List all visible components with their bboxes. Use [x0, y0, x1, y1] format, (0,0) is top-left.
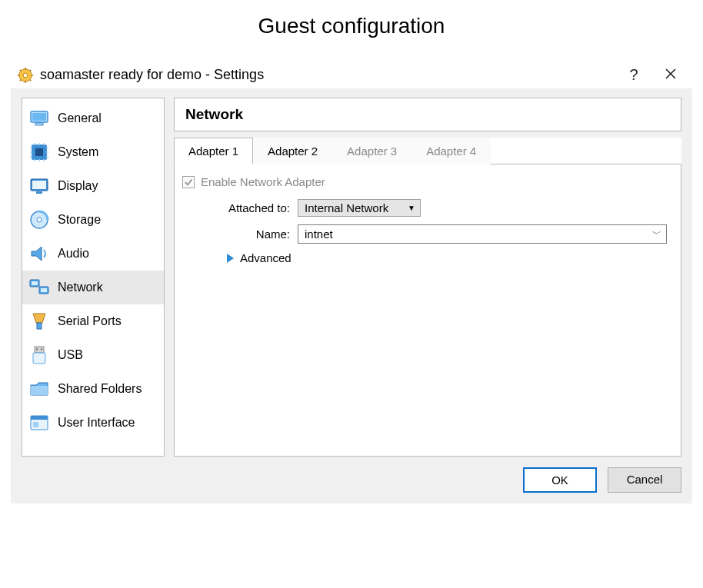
svg-point-9 [23, 73, 28, 78]
sidebar-item-shared-folders[interactable]: Shared Folders [22, 372, 164, 406]
enable-adapter-label: Enable Network Adapter [201, 175, 325, 188]
tab-adapter-2[interactable]: Adapter 2 [253, 138, 332, 164]
svg-rect-44 [31, 416, 48, 420]
audio-icon [28, 243, 50, 264]
sidebar-item-label: Audio [58, 247, 89, 261]
dialog-buttons: OK Cancel [22, 467, 681, 493]
sidebar-item-user-interface[interactable]: User Interface [22, 406, 164, 440]
sidebar-item-display[interactable]: Display [22, 169, 164, 203]
settings-gear-icon [17, 67, 34, 84]
enable-adapter-checkbox[interactable] [182, 176, 195, 188]
titlebar: soamaster ready for demo - Settings ? [0, 61, 703, 88]
sidebar-item-label: Shared Folders [58, 382, 142, 396]
shared-folders-icon [28, 378, 50, 400]
sidebar-item-label: USB [58, 348, 83, 362]
category-sidebar: General System Display [22, 98, 165, 457]
svg-rect-41 [41, 348, 42, 350]
svg-line-7 [20, 79, 22, 81]
sidebar-item-label: System [58, 145, 98, 159]
svg-rect-29 [32, 181, 46, 189]
dialog-body: General System Display [11, 88, 692, 503]
svg-rect-15 [35, 148, 43, 156]
svg-rect-12 [32, 113, 46, 121]
svg-rect-45 [33, 422, 38, 427]
sidebar-item-label: General [58, 111, 102, 125]
sidebar-item-serial-ports[interactable]: Serial Ports [22, 304, 164, 338]
chevron-down-icon: ﹀ [652, 228, 661, 241]
sidebar-item-label: User Interface [58, 416, 135, 430]
user-interface-icon [28, 412, 50, 434]
chevron-down-icon: ▼ [408, 204, 415, 212]
svg-rect-42 [31, 386, 48, 395]
svg-rect-36 [41, 288, 47, 292]
svg-line-5 [20, 69, 22, 71]
sidebar-item-label: Network [58, 281, 103, 294]
page-heading: Guest configuration [0, 14, 703, 38]
display-icon [28, 175, 50, 197]
svg-rect-39 [33, 353, 45, 364]
name-label: Name: [182, 228, 298, 241]
adapter-panel: Enable Network Adapter Attached to: Inte… [174, 164, 681, 457]
network-name-value: intnet [305, 228, 333, 241]
close-button[interactable] [655, 66, 686, 84]
attached-to-dropdown[interactable]: Internal Network ▼ [298, 199, 421, 217]
cancel-button[interactable]: Cancel [608, 467, 681, 493]
sidebar-item-label: Serial Ports [58, 314, 122, 328]
advanced-toggle[interactable]: Advanced [227, 251, 667, 264]
tab-adapter-3: Adapter 3 [332, 138, 411, 164]
attached-to-value: Internal Network [305, 201, 388, 214]
sidebar-item-network[interactable]: Network [22, 271, 164, 304]
svg-rect-37 [37, 323, 42, 329]
sidebar-item-label: Display [58, 179, 98, 193]
storage-icon [28, 209, 50, 231]
attached-to-label: Attached to: [182, 201, 298, 214]
svg-rect-30 [36, 191, 42, 194]
general-icon [28, 108, 50, 129]
sidebar-item-label: Storage [58, 213, 101, 227]
sidebar-item-general[interactable]: General [22, 101, 164, 135]
sidebar-item-audio[interactable]: Audio [22, 237, 164, 271]
ok-button[interactable]: OK [523, 467, 597, 493]
system-icon [28, 141, 50, 163]
svg-line-6 [30, 79, 32, 81]
usb-icon [28, 344, 50, 366]
advanced-label: Advanced [240, 251, 292, 264]
help-button[interactable]: ? [618, 66, 649, 84]
sidebar-item-usb[interactable]: USB [22, 338, 164, 372]
svg-rect-13 [35, 123, 43, 125]
svg-rect-38 [35, 347, 44, 353]
sidebar-item-system[interactable]: System [22, 135, 164, 169]
section-title: Network [174, 98, 681, 131]
network-name-combo[interactable]: intnet ﹀ [298, 224, 667, 244]
network-icon [28, 277, 50, 298]
serial-ports-icon [28, 311, 50, 332]
svg-rect-35 [32, 281, 38, 285]
tab-adapter-4: Adapter 4 [411, 138, 491, 164]
svg-rect-40 [36, 348, 38, 350]
content-area: Network Adapter 1 Adapter 2 Adapter 3 Ad… [174, 98, 681, 457]
window-title: soamaster ready for demo - Settings [40, 67, 612, 83]
svg-line-8 [30, 69, 32, 71]
triangle-right-icon [227, 254, 234, 263]
sidebar-item-storage[interactable]: Storage [22, 203, 164, 237]
svg-point-32 [37, 218, 42, 222]
tab-adapter-1[interactable]: Adapter 1 [174, 138, 253, 164]
adapter-tabs: Adapter 1 Adapter 2 Adapter 3 Adapter 4 [174, 138, 681, 164]
